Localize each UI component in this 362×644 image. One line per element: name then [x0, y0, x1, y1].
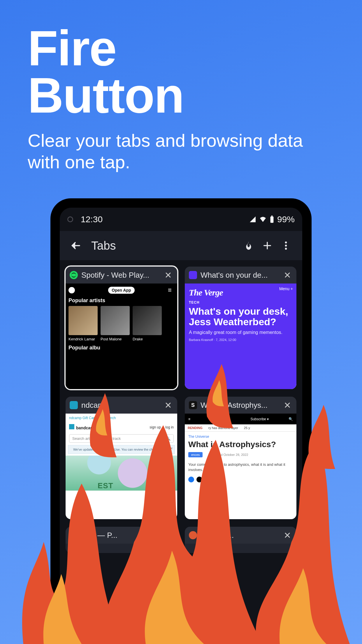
tab-card[interactable]: Spotify - Web Play... Open App ≡: [66, 267, 177, 389]
article-lede: Your complete guide to astrophysics, wha…: [185, 459, 296, 475]
fest-label: EST: [66, 481, 177, 490]
phone-screen: 12:30 99% Tabs: [60, 208, 302, 644]
tab-card[interactable]: What's on your de... The Verge Menu + TE…: [185, 267, 296, 389]
artist-name: Post Malone: [101, 337, 130, 341]
tab-close-button[interactable]: [163, 400, 173, 410]
search-icon: 🔍: [166, 436, 171, 441]
space-logo: SPACE: [210, 416, 231, 422]
article-subhead: A magically great room of gaming memento…: [189, 330, 292, 335]
tab-title: Spotify - Web Play...: [81, 271, 160, 280]
tab-titlebar: DuckDu...: [185, 527, 296, 544]
menu-button[interactable]: Menu +: [279, 286, 293, 291]
status-bar: 12:30 99%: [60, 208, 302, 231]
article-tag: TECH: [189, 300, 292, 304]
tab-title: What is Astrophys...: [201, 401, 279, 410]
article-byline: Barbara Krasnoff · 7, 2024, 12:00: [189, 338, 292, 342]
svg-point-2: [285, 242, 287, 244]
battery-text: 99%: [277, 214, 295, 224]
close-icon: [165, 402, 172, 409]
close-icon[interactable]: ✕: [170, 447, 173, 450]
search-input[interactable]: Search artist, album, or track 🔍: [69, 434, 174, 443]
open-app-button[interactable]: Open App: [108, 287, 134, 294]
tab-preview: The Verge Menu + TECH What's on your des…: [185, 284, 296, 389]
article-category[interactable]: The Universe: [185, 432, 296, 439]
facebook-icon[interactable]: [188, 477, 194, 482]
svg-point-4: [285, 248, 287, 250]
phone-frame: 12:30 99% Tabs: [50, 198, 312, 644]
tab-close-button[interactable]: [282, 530, 292, 540]
tab-close-button[interactable]: [282, 270, 292, 280]
hero-subtitle: Clear your tabs and browsing data with o…: [28, 130, 334, 173]
tab-title: ndcamp: [81, 401, 160, 410]
tabs-header-title: Tabs: [91, 239, 239, 252]
verge-icon: [189, 271, 197, 279]
section-heading: Popular artists: [68, 298, 174, 304]
promo-links: ndcamp Gift Cards and Merch: [66, 414, 177, 422]
artist-card[interactable]: Post Malone: [101, 306, 130, 341]
chip[interactable]: ences: [188, 452, 203, 457]
subscribe-button[interactable]: Subscribe ▾: [250, 417, 269, 421]
tab-close-button[interactable]: [163, 530, 173, 540]
artist-card[interactable]: Kendrick Lamar: [68, 306, 98, 341]
plus-icon: [262, 241, 272, 251]
tab-close-button[interactable]: [163, 270, 173, 280]
hamburger-icon: ≡: [168, 286, 174, 294]
terms-banner: We've updated our Terms of Use. You can …: [68, 445, 175, 454]
fire-icon: [244, 241, 254, 251]
bandcamp-icon: [70, 401, 78, 409]
pinterest-icon[interactable]: [205, 477, 210, 482]
tab-titlebar: S What is Astrophys...: [185, 397, 296, 414]
tab-preview: ndcamp Gift Cards and Merch bandcamp sig…: [66, 414, 177, 519]
search-icon[interactable]: 🔍: [289, 417, 293, 421]
new-tab-button[interactable]: [258, 236, 277, 255]
trending-bar: RENDING ry has diamond layer 25 y: [185, 424, 296, 432]
tab-grid: Spotify - Web Play... Open App ≡: [60, 260, 302, 559]
close-icon: [284, 272, 291, 279]
verge-logo: The Verge: [189, 288, 292, 298]
hero-title: Fire Button: [28, 25, 184, 119]
back-button[interactable]: [67, 236, 85, 255]
tab-title: kGo — P...: [81, 531, 160, 540]
hero-title-line2: Button: [28, 68, 184, 123]
arrow-left-icon: [71, 240, 81, 251]
close-icon: [165, 532, 172, 539]
svg-rect-1: [271, 216, 273, 216]
tab-card[interactable]: ndcamp ndcamp Gift Cards and Merch: [66, 397, 177, 519]
close-icon: [165, 272, 172, 279]
fire-button[interactable]: [239, 236, 258, 255]
artist-name: Kendrick Lamar: [68, 337, 98, 341]
artist-card[interactable]: Drake: [133, 306, 162, 341]
article-date: updated October 28, 2022: [208, 453, 252, 456]
auth-links[interactable]: sign up log in: [146, 425, 174, 429]
duckduckgo-icon: [70, 531, 78, 539]
x-icon[interactable]: [196, 477, 202, 482]
svg-rect-0: [270, 216, 274, 223]
article-headline: What's on your desk, Jess Weatherbed?: [189, 306, 292, 327]
battery-icon: [270, 216, 274, 223]
tab-card[interactable]: S What is Astrophys... ≡ SPACE Subscribe…: [185, 397, 296, 519]
overflow-menu-button[interactable]: [277, 236, 295, 255]
tab-close-button[interactable]: [282, 400, 292, 410]
tab-titlebar: Spotify - Web Play...: [66, 267, 177, 284]
camera-cutout: [67, 216, 73, 222]
tab-title: What's on your de...: [201, 271, 279, 280]
space-icon: S: [189, 401, 197, 409]
more-vert-icon: [285, 241, 287, 251]
article-headline: What is Astrophysics?: [185, 439, 296, 450]
section-heading: Popular albu: [68, 345, 174, 351]
tab-preview: Open App ≡ Popular artists Kendrick Lama…: [66, 284, 177, 389]
duckduckgo-icon: [189, 531, 197, 539]
tabs-header: Tabs: [60, 231, 302, 260]
close-icon: [284, 532, 291, 539]
tab-preview: ≡ SPACE Subscribe ▾ 🔍 RENDING ry has dia…: [185, 414, 296, 519]
wifi-icon: [259, 216, 267, 223]
hamburger-icon[interactable]: ≡: [188, 417, 190, 421]
tab-titlebar: ndcamp: [66, 397, 177, 414]
tab-card[interactable]: kGo — P...: [66, 527, 177, 553]
svg-point-3: [285, 245, 287, 247]
tab-card[interactable]: DuckDu...: [185, 527, 296, 553]
spotify-icon: [70, 271, 78, 279]
status-icons: 99%: [249, 214, 295, 224]
artist-name: Drake: [133, 337, 162, 341]
tab-title: DuckDu...: [201, 531, 279, 540]
